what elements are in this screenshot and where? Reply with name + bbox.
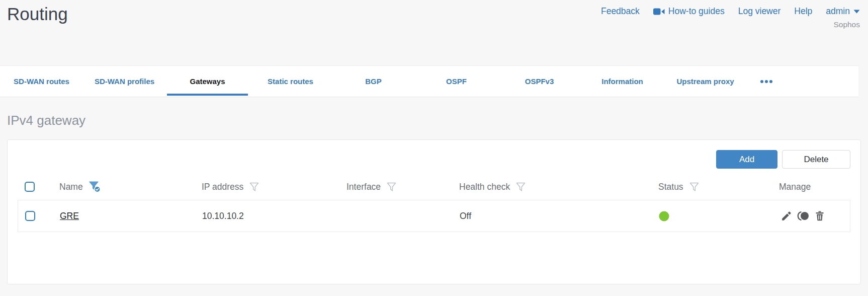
header-links: Feedback How-to guides Log viewer Help a…	[601, 6, 860, 17]
page-title: Routing	[7, 4, 68, 24]
add-button[interactable]: Add	[716, 150, 777, 169]
column-header-name: Name	[54, 181, 197, 193]
select-all-checkbox[interactable]	[25, 182, 35, 192]
admin-menu[interactable]: admin	[826, 6, 860, 17]
tab-ospfv3[interactable]: OSPFv3	[498, 66, 581, 97]
filter-active-icon[interactable]	[89, 181, 102, 193]
header-right: Feedback How-to guides Log viewer Help a…	[601, 4, 860, 29]
filter-icon[interactable]	[386, 182, 397, 192]
tab-ospf[interactable]: OSPF	[415, 66, 498, 97]
tab-information[interactable]: Information	[581, 66, 664, 97]
delete-button[interactable]: Delete	[782, 150, 850, 169]
gateway-health-check: Off	[455, 211, 654, 221]
tab-upstream-proxy[interactable]: Upstream proxy	[664, 66, 747, 97]
log-viewer-link[interactable]: Log viewer	[738, 6, 781, 17]
delete-icon[interactable]	[813, 209, 826, 223]
tab-sd-wan-routes[interactable]: SD-WAN routes	[0, 66, 83, 97]
help-label: Help	[794, 6, 812, 17]
table-row: GRE 10.10.10.2 Off	[18, 200, 850, 232]
filter-icon[interactable]	[689, 182, 700, 192]
gateway-ip-address: 10.10.10.2	[197, 211, 342, 221]
gateway-panel: Add Delete Name IP address	[7, 139, 861, 284]
feedback-link-label: Feedback	[601, 6, 640, 17]
tab-gateways[interactable]: Gateways	[166, 66, 249, 97]
gateway-table: Name IP address Interfac	[8, 174, 860, 232]
tab-bgp[interactable]: BGP	[332, 66, 415, 97]
edit-icon[interactable]	[779, 209, 793, 223]
gateway-name-link[interactable]: GRE	[60, 211, 79, 221]
admin-label: admin	[826, 6, 850, 17]
more-tabs-button[interactable]	[747, 66, 786, 97]
help-link[interactable]: Help	[794, 6, 812, 17]
how-to-guides-link[interactable]: How-to guides	[653, 6, 725, 17]
filter-icon[interactable]	[249, 182, 259, 192]
column-header-health-check: Health check	[454, 182, 653, 192]
status-dot	[659, 211, 669, 221]
filter-icon[interactable]	[515, 182, 526, 192]
caret-down-icon	[853, 10, 860, 14]
manage-actions	[774, 209, 850, 223]
toolbar: Add Delete	[8, 140, 860, 169]
tab-bar: SD-WAN routes SD-WAN profiles Gateways S…	[0, 65, 858, 97]
tab-sd-wan-profiles[interactable]: SD-WAN profiles	[83, 66, 166, 97]
brand-label: Sophos	[833, 20, 860, 29]
row-checkbox[interactable]	[25, 211, 35, 221]
tab-static-routes[interactable]: Static routes	[249, 66, 332, 97]
section-title: IPv4 gateway	[7, 112, 861, 128]
column-header-manage: Manage	[774, 182, 850, 192]
video-camera-icon	[653, 8, 665, 16]
top-header: Routing Feedback How-to guides Log viewe…	[0, 0, 868, 65]
clone-icon[interactable]	[796, 209, 810, 223]
ellipsis-icon	[760, 80, 773, 84]
log-viewer-label: Log viewer	[738, 6, 781, 17]
column-header-status: Status	[653, 182, 774, 192]
column-header-ip-address: IP address	[197, 182, 341, 192]
feedback-link[interactable]: Feedback	[601, 6, 640, 17]
table-header-row: Name IP address Interfac	[18, 174, 850, 200]
how-to-guides-label: How-to guides	[668, 6, 725, 17]
table-body: GRE 10.10.10.2 Off	[18, 200, 850, 232]
column-header-interface: Interface	[341, 182, 454, 192]
